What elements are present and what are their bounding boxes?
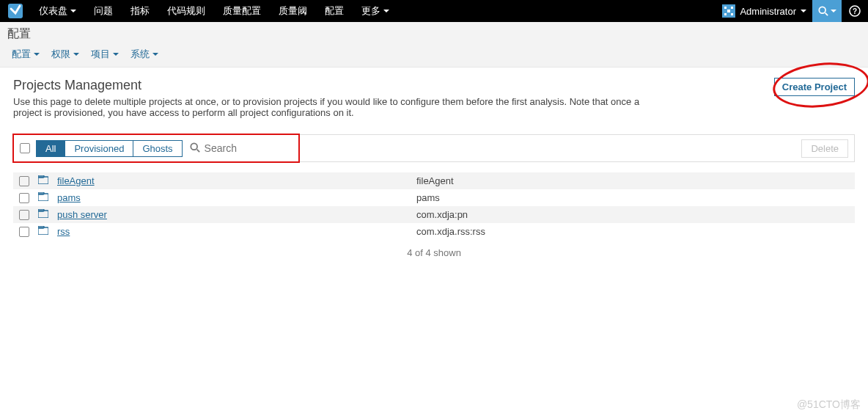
svg-rect-4 bbox=[727, 10, 730, 12]
project-key: com.xdja.rss:rss bbox=[416, 226, 485, 237]
projects-table: fileAgentfileAgentpamspamspush servercom… bbox=[13, 172, 855, 240]
filter-tabs: AllProvisionedGhosts bbox=[36, 140, 183, 157]
help-icon: ? bbox=[849, 5, 861, 17]
subnav-item[interactable]: 配置 bbox=[7, 46, 44, 62]
table-row: pamspams bbox=[13, 189, 855, 206]
search-icon bbox=[818, 6, 828, 16]
help-button[interactable]: ? bbox=[842, 0, 868, 22]
svg-rect-2 bbox=[724, 7, 727, 9]
search-icon bbox=[190, 142, 200, 155]
subnav-item[interactable]: 权限 bbox=[47, 46, 84, 62]
row-checkbox[interactable] bbox=[19, 193, 29, 203]
subnav-item[interactable]: 系统 bbox=[126, 46, 163, 62]
chevron-down-icon bbox=[70, 10, 76, 12]
avatar-icon bbox=[722, 4, 735, 18]
subhead-title: 配置 bbox=[7, 26, 861, 43]
filter-toolbar: AllProvisionedGhosts Delete bbox=[13, 134, 855, 162]
project-icon bbox=[38, 226, 50, 237]
main-content: Projects Management Use this page to del… bbox=[0, 67, 868, 269]
project-icon bbox=[38, 175, 50, 186]
svg-point-11 bbox=[191, 143, 197, 150]
top-nav: 仪表盘问题指标代码规则质量配置质量阈配置更多 bbox=[30, 0, 398, 22]
project-icon bbox=[38, 209, 50, 220]
subnav-item[interactable]: 项目 bbox=[87, 46, 123, 62]
select-all-checkbox[interactable] bbox=[20, 143, 30, 153]
chevron-down-icon bbox=[831, 10, 836, 12]
row-checkbox[interactable] bbox=[19, 227, 29, 237]
project-name-link[interactable]: rss bbox=[57, 226, 416, 237]
chevron-down-icon bbox=[34, 53, 40, 56]
topbar: 仪表盘问题指标代码规则质量配置质量阈配置更多 Administrator ? bbox=[0, 0, 868, 22]
page-title: Projects Management bbox=[13, 78, 855, 93]
project-key: fileAgent bbox=[416, 175, 454, 186]
topnav-item[interactable]: 质量阈 bbox=[270, 0, 316, 22]
topnav-item[interactable]: 指标 bbox=[122, 0, 158, 22]
sub-header: 配置 配置权限项目系统 bbox=[0, 22, 868, 67]
topnav-item[interactable]: 代码规则 bbox=[158, 0, 214, 22]
topnav-item[interactable]: 配置 bbox=[316, 0, 353, 22]
row-checkbox[interactable] bbox=[19, 210, 29, 220]
topnav-item[interactable]: 问题 bbox=[85, 0, 122, 22]
row-checkbox[interactable] bbox=[19, 176, 29, 186]
project-icon bbox=[38, 192, 50, 203]
table-row: fileAgentfileAgent bbox=[13, 172, 855, 189]
chevron-down-icon bbox=[801, 10, 806, 12]
user-name: Administrator bbox=[740, 6, 796, 17]
project-key: com.xdja:pn bbox=[416, 209, 468, 220]
svg-line-8 bbox=[825, 13, 828, 16]
delete-button[interactable]: Delete bbox=[801, 139, 848, 158]
svg-line-12 bbox=[196, 149, 199, 152]
svg-point-7 bbox=[819, 7, 825, 13]
chevron-down-icon bbox=[383, 10, 389, 12]
svg-text:?: ? bbox=[853, 7, 857, 15]
filter-tab[interactable]: Ghosts bbox=[133, 140, 182, 157]
chevron-down-icon bbox=[73, 53, 79, 56]
svg-rect-5 bbox=[724, 13, 727, 15]
filter-tab[interactable]: Provisioned bbox=[65, 140, 133, 157]
app-logo[interactable] bbox=[0, 0, 30, 22]
chevron-down-icon bbox=[152, 53, 158, 56]
results-count: 4 of 4 shown bbox=[13, 247, 855, 258]
search-input[interactable] bbox=[200, 139, 295, 157]
table-row: rsscom.xdja.rss:rss bbox=[13, 223, 855, 240]
project-name-link[interactable]: pams bbox=[57, 192, 416, 203]
svg-rect-3 bbox=[731, 7, 733, 9]
project-name-link[interactable]: fileAgent bbox=[57, 175, 416, 186]
project-key: pams bbox=[416, 192, 440, 203]
svg-rect-6 bbox=[731, 13, 733, 15]
page-description: Use this page to delete multiple project… bbox=[13, 96, 644, 118]
global-search-button[interactable] bbox=[812, 0, 842, 22]
topnav-item[interactable]: 仪表盘 bbox=[30, 0, 85, 22]
sub-nav: 配置权限项目系统 bbox=[7, 43, 861, 67]
topnav-item[interactable]: 质量配置 bbox=[214, 0, 270, 22]
chevron-down-icon bbox=[113, 53, 119, 56]
create-project-button[interactable]: Create Project bbox=[774, 78, 855, 96]
filter-tab[interactable]: All bbox=[36, 140, 65, 157]
project-name-link[interactable]: push server bbox=[57, 209, 416, 220]
user-menu[interactable]: Administrator bbox=[716, 0, 812, 22]
table-row: push servercom.xdja:pn bbox=[13, 206, 855, 223]
topnav-item[interactable]: 更多 bbox=[353, 0, 398, 22]
shield-check-icon bbox=[7, 2, 24, 20]
